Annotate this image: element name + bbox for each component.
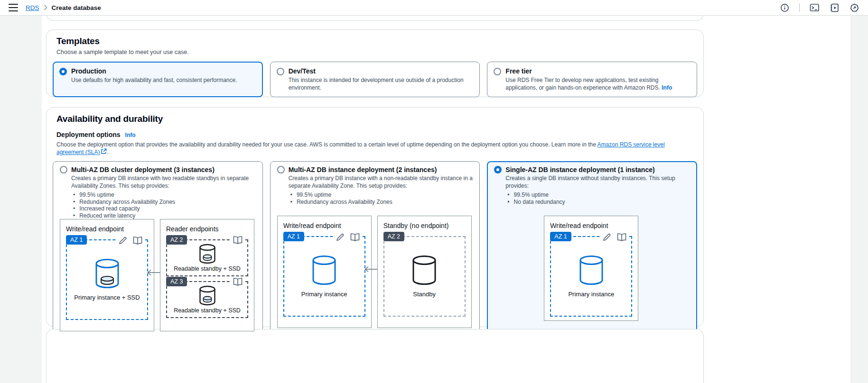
db-cylinder-standby-ssd-icon bbox=[199, 285, 216, 306]
bullet-item: 99.5% uptime bbox=[290, 192, 473, 199]
az3-zone: AZ 3 Readable standby + SSD bbox=[166, 281, 248, 318]
instance-label: Primary instance bbox=[301, 291, 347, 298]
writer-endpoint-box: Write/read endpoint AZ 1 Primary instanc… bbox=[277, 216, 372, 328]
db-cylinder-standby-icon bbox=[412, 255, 437, 285]
templates-subtitle: Choose a sample template to meet your us… bbox=[56, 49, 693, 55]
bullet-item: Increased read capacity bbox=[73, 205, 256, 212]
cloudshell-icon[interactable] bbox=[809, 2, 820, 13]
template-options-row: Production Use defaults for high availab… bbox=[53, 62, 697, 97]
option-label: Free tier bbox=[505, 67, 691, 75]
diagram-box-title: Write/read endpoint bbox=[278, 216, 371, 230]
az-badge: AZ 2 bbox=[166, 235, 187, 245]
reader-endpoints-box: Reader endpoints AZ 2 Readable standby +… bbox=[160, 219, 254, 331]
deployment-option-single-az[interactable]: Single-AZ DB instance deployment (1 inst… bbox=[487, 161, 697, 333]
breadcrumb-link-rds[interactable]: RDS bbox=[26, 4, 39, 11]
standby-box: Standby (no endpoint) AZ 2 Standby bbox=[377, 216, 472, 328]
availability-durability-section: Availability and durability Deployment o… bbox=[46, 107, 704, 327]
edit-pencil-icon bbox=[602, 232, 612, 242]
topbar-divider bbox=[799, 3, 800, 12]
az-badge: AZ 3 bbox=[166, 277, 187, 286]
instance-label: Readable standby + SSD bbox=[174, 265, 241, 272]
external-link-icon bbox=[101, 148, 107, 155]
az2-zone: AZ 2 Standby bbox=[383, 236, 466, 317]
deployment-bullets: 99.5% uptime Redundancy across Availabil… bbox=[290, 192, 473, 205]
option-label: Dev/Test bbox=[289, 67, 474, 75]
instance-label: Primary instance + SSD bbox=[74, 294, 140, 301]
rds-create-database-page: RDS Create database Templates bbox=[0, 0, 868, 383]
radio-multi-az-cluster[interactable] bbox=[60, 166, 67, 173]
breadcrumb-current: Create database bbox=[52, 4, 101, 11]
book-icon bbox=[233, 236, 243, 245]
timer-icon[interactable] bbox=[849, 2, 859, 13]
side-panel-icon[interactable] bbox=[829, 2, 840, 13]
book-icon bbox=[616, 233, 627, 242]
templates-section: Templates Choose a sample template to me… bbox=[46, 29, 704, 97]
option-description: Use RDS Free Tier to develop new applica… bbox=[505, 77, 691, 91]
az-badge: AZ 2 bbox=[383, 232, 404, 241]
deployment-options-label: Deployment options bbox=[56, 131, 121, 138]
az-badge: AZ 1 bbox=[283, 232, 304, 241]
deployment-option-multi-az-cluster[interactable]: Multi-AZ DB cluster deployment (3 instan… bbox=[53, 161, 263, 333]
option-label: Production bbox=[71, 67, 237, 75]
availability-title: Availability and durability bbox=[56, 114, 693, 124]
hamburger-menu-icon[interactable] bbox=[9, 4, 18, 11]
instance-label: Readable standby + SSD bbox=[174, 307, 241, 314]
deployment-intro: Creates a primary DB instance with a non… bbox=[289, 175, 473, 190]
writer-endpoint-box: Write/read endpoint AZ 1 Primary instanc… bbox=[544, 216, 638, 321]
cluster-diagram: Write/read endpoint AZ 1 Primary instanc… bbox=[60, 219, 256, 328]
db-cylinder-primary-ssd-icon bbox=[95, 259, 120, 288]
edit-pencil-icon bbox=[336, 232, 345, 242]
deployment-description-period: . bbox=[107, 149, 108, 155]
option-description: This instance is intended for developmen… bbox=[289, 77, 474, 91]
az-badge: AZ 1 bbox=[550, 232, 571, 241]
bullet-item: Redundancy across Availability Zones bbox=[290, 199, 473, 206]
deployment-info-link[interactable]: Info bbox=[125, 132, 136, 138]
deployment-intro: Creates a primary DB instance with two r… bbox=[71, 175, 256, 190]
radio-dev-test[interactable] bbox=[277, 68, 284, 75]
writer-endpoint-box: Write/read endpoint AZ 1 Primary instanc… bbox=[60, 219, 154, 331]
deployment-title: Multi-AZ DB instance deployment (2 insta… bbox=[289, 165, 437, 174]
next-section-top-edge bbox=[46, 329, 704, 383]
deployment-options-row: Multi-AZ DB cluster deployment (3 instan… bbox=[53, 161, 697, 333]
az-badge: AZ 1 bbox=[66, 235, 87, 245]
template-option-dev-test[interactable]: Dev/Test This instance is intended for d… bbox=[270, 62, 480, 97]
az1-zone: AZ 1 Primary instance bbox=[283, 236, 365, 317]
db-cylinder-primary-icon bbox=[312, 255, 336, 285]
radio-single-az[interactable] bbox=[494, 166, 502, 173]
info-icon[interactable] bbox=[779, 2, 790, 13]
deployment-intro: Creates a single DB instance without sta… bbox=[505, 175, 690, 190]
bullet-item: Redundancy across Availability Zones bbox=[73, 199, 256, 206]
az1-zone: AZ 1 Primary instance + SSD bbox=[66, 239, 148, 320]
breadcrumb-chevron-icon bbox=[44, 5, 47, 10]
option-description-text: Use RDS Free Tier to develop new applica… bbox=[505, 77, 660, 91]
db-cylinder-primary-icon bbox=[579, 255, 604, 285]
bullet-item: 99.5% uptime bbox=[507, 192, 690, 199]
az1-zone: AZ 1 Primary instance bbox=[550, 236, 632, 317]
bullet-item: 99.5% uptime bbox=[73, 192, 256, 199]
az2-zone: AZ 2 Readable standby + SSD bbox=[166, 239, 248, 276]
deployment-title: Single-AZ DB instance deployment (1 inst… bbox=[505, 165, 654, 174]
template-option-production[interactable]: Production Use defaults for high availab… bbox=[53, 62, 263, 97]
free-tier-info-link[interactable]: Info bbox=[662, 84, 672, 91]
deployment-title: Multi-AZ DB cluster deployment (3 instan… bbox=[71, 165, 215, 174]
diagram-box-title: Reader endpoints bbox=[160, 219, 254, 233]
bullet-item: No data redundancy bbox=[507, 199, 690, 206]
bullet-item: Reduced write latency bbox=[73, 212, 256, 219]
breadcrumb: RDS Create database bbox=[26, 4, 101, 11]
instance-label: Standby bbox=[413, 291, 436, 298]
book-icon bbox=[350, 233, 360, 242]
templates-title: Templates bbox=[56, 36, 693, 46]
radio-production[interactable] bbox=[59, 68, 67, 75]
deployment-description: Choose the deployment option that provid… bbox=[56, 141, 693, 156]
db-cylinder-standby-ssd-icon bbox=[199, 244, 216, 264]
instance-diagram: Write/read endpoint AZ 1 Primary instanc… bbox=[277, 216, 473, 328]
book-icon bbox=[233, 277, 243, 286]
radio-multi-az-instance[interactable] bbox=[277, 166, 285, 173]
radio-free-tier[interactable] bbox=[494, 68, 501, 75]
diagram-box-title: Standby (no endpoint) bbox=[378, 216, 471, 230]
template-option-free-tier[interactable]: Free tier Use RDS Free Tier to develop n… bbox=[487, 62, 697, 97]
option-description: Use defaults for high availability and f… bbox=[71, 77, 237, 84]
deployment-option-multi-az-instance[interactable]: Multi-AZ DB instance deployment (2 insta… bbox=[270, 161, 480, 333]
diagram-box-title: Write/read endpoint bbox=[60, 219, 154, 233]
single-az-diagram: Write/read endpoint AZ 1 Primary instanc… bbox=[494, 216, 690, 328]
